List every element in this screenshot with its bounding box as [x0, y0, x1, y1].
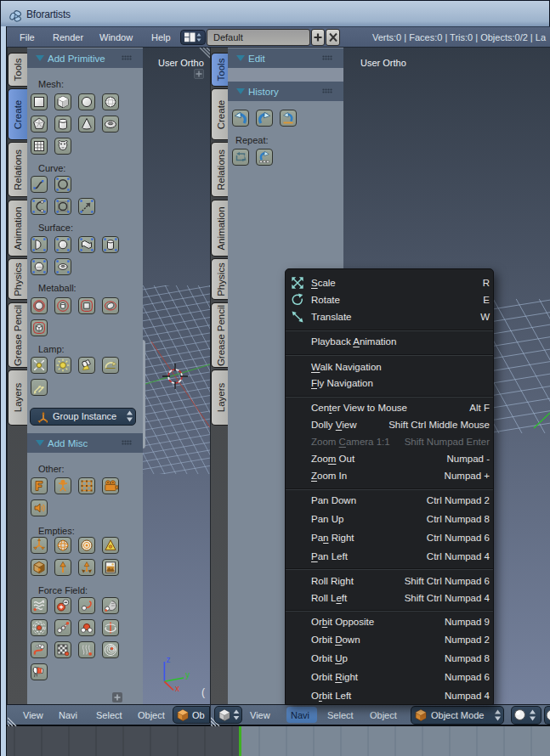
svg-text:y: y	[185, 670, 190, 680]
svg-text:x: x	[175, 684, 179, 693]
svg-text:z: z	[167, 655, 171, 664]
